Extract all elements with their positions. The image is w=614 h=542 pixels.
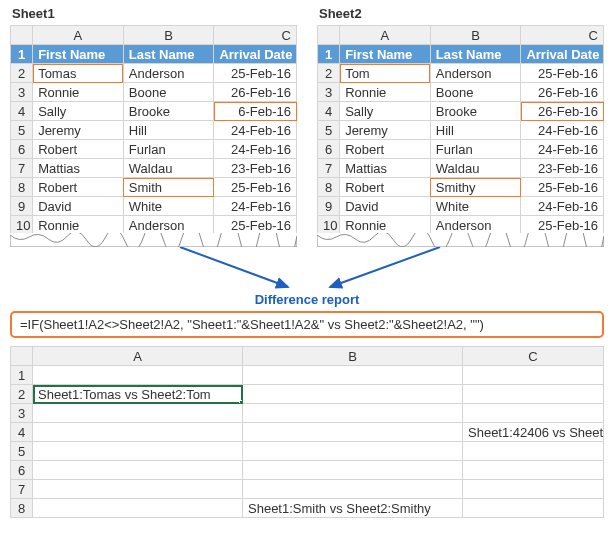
cell[interactable]: [243, 366, 463, 385]
cell[interactable]: Jeremy: [33, 121, 124, 140]
cell[interactable]: Robert: [340, 178, 431, 197]
row-header[interactable]: 3: [318, 83, 340, 102]
cell[interactable]: David: [340, 197, 431, 216]
row-header[interactable]: 1: [11, 45, 33, 64]
cell[interactable]: 25-Feb-16: [214, 216, 297, 235]
cell[interactable]: David: [33, 197, 124, 216]
cell[interactable]: [243, 423, 463, 442]
header-cell[interactable]: First Name: [340, 45, 431, 64]
header-cell[interactable]: Arrival Date: [214, 45, 297, 64]
cell[interactable]: Waldau: [123, 159, 214, 178]
cell[interactable]: Anderson: [430, 216, 521, 235]
col-header-a[interactable]: A: [33, 26, 124, 45]
col-header-c[interactable]: C: [463, 347, 604, 366]
cell[interactable]: Waldau: [430, 159, 521, 178]
cell[interactable]: Robert: [340, 140, 431, 159]
corner-cell[interactable]: [11, 26, 33, 45]
cell[interactable]: 25-Feb-16: [521, 216, 604, 235]
row-header[interactable]: 2: [11, 64, 33, 83]
corner-cell[interactable]: [11, 347, 33, 366]
cell[interactable]: Anderson: [123, 64, 214, 83]
cell[interactable]: [33, 499, 243, 518]
row-header[interactable]: 10: [11, 216, 33, 235]
cell[interactable]: Sally: [33, 102, 124, 121]
row-header[interactable]: 2: [318, 64, 340, 83]
cell[interactable]: [243, 442, 463, 461]
cell[interactable]: Mattias: [340, 159, 431, 178]
row-header[interactable]: 4: [11, 423, 33, 442]
cell[interactable]: [463, 442, 604, 461]
row-header[interactable]: 6: [318, 140, 340, 159]
cell[interactable]: [243, 480, 463, 499]
cell[interactable]: Furlan: [430, 140, 521, 159]
header-cell[interactable]: Last Name: [123, 45, 214, 64]
header-cell[interactable]: Last Name: [430, 45, 521, 64]
cell[interactable]: 25-Feb-16: [521, 178, 604, 197]
cell[interactable]: [243, 404, 463, 423]
cell[interactable]: 23-Feb-16: [214, 159, 297, 178]
cell[interactable]: 25-Feb-16: [214, 64, 297, 83]
cell[interactable]: Boone: [123, 83, 214, 102]
cell[interactable]: [463, 480, 604, 499]
header-cell[interactable]: First Name: [33, 45, 124, 64]
cell[interactable]: Furlan: [123, 140, 214, 159]
cell[interactable]: 25-Feb-16: [521, 64, 604, 83]
row-header[interactable]: 4: [11, 102, 33, 121]
cell[interactable]: [463, 404, 604, 423]
col-header-b[interactable]: B: [243, 347, 463, 366]
cell[interactable]: 26-Feb-16: [521, 83, 604, 102]
cell[interactable]: [463, 366, 604, 385]
cell[interactable]: 24-Feb-16: [214, 121, 297, 140]
cell[interactable]: Sheet1:Smith vs Sheet2:Smithy: [243, 499, 463, 518]
cell[interactable]: 26-Feb-16: [214, 83, 297, 102]
row-header[interactable]: 5: [318, 121, 340, 140]
row-header[interactable]: 8: [318, 178, 340, 197]
cell[interactable]: Hill: [430, 121, 521, 140]
row-header[interactable]: 1: [11, 366, 33, 385]
fill-handle-icon[interactable]: [239, 400, 243, 404]
row-header[interactable]: 6: [11, 461, 33, 480]
cell[interactable]: [33, 366, 243, 385]
cell[interactable]: [463, 385, 604, 404]
cell[interactable]: [33, 442, 243, 461]
col-header-b[interactable]: B: [430, 26, 521, 45]
row-header[interactable]: 10: [318, 216, 340, 235]
cell[interactable]: Smithy: [430, 178, 521, 197]
cell[interactable]: Boone: [430, 83, 521, 102]
cell[interactable]: [33, 461, 243, 480]
cell[interactable]: 24-Feb-16: [214, 197, 297, 216]
col-header-b[interactable]: B: [123, 26, 214, 45]
cell[interactable]: 25-Feb-16: [214, 178, 297, 197]
cell[interactable]: Ronnie: [340, 83, 431, 102]
cell[interactable]: [463, 499, 604, 518]
cell[interactable]: [243, 385, 463, 404]
cell[interactable]: 24-Feb-16: [521, 140, 604, 159]
cell[interactable]: 24-Feb-16: [521, 197, 604, 216]
row-header[interactable]: 8: [11, 499, 33, 518]
cell[interactable]: 24-Feb-16: [214, 140, 297, 159]
cell[interactable]: 23-Feb-16: [521, 159, 604, 178]
row-header[interactable]: 6: [11, 140, 33, 159]
cell[interactable]: Anderson: [430, 64, 521, 83]
cell[interactable]: Sheet1:42406 vs Sheet2:42426: [463, 423, 604, 442]
row-header[interactable]: 8: [11, 178, 33, 197]
cell[interactable]: Sheet1:Tomas vs Sheet2:Tom: [33, 385, 243, 404]
row-header[interactable]: 1: [318, 45, 340, 64]
cell[interactable]: Robert: [33, 140, 124, 159]
row-header[interactable]: 4: [318, 102, 340, 121]
cell[interactable]: Ronnie: [33, 216, 124, 235]
cell[interactable]: [33, 480, 243, 499]
row-header[interactable]: 7: [318, 159, 340, 178]
cell[interactable]: White: [123, 197, 214, 216]
cell[interactable]: [33, 423, 243, 442]
col-header-c[interactable]: C: [521, 26, 604, 45]
row-header[interactable]: 7: [11, 159, 33, 178]
row-header[interactable]: 9: [11, 197, 33, 216]
row-header[interactable]: 5: [11, 442, 33, 461]
cell[interactable]: 24-Feb-16: [521, 121, 604, 140]
corner-cell[interactable]: [318, 26, 340, 45]
header-cell[interactable]: Arrival Date: [521, 45, 604, 64]
cell[interactable]: Mattias: [33, 159, 124, 178]
cell[interactable]: Smith: [123, 178, 214, 197]
cell[interactable]: Brooke: [123, 102, 214, 121]
